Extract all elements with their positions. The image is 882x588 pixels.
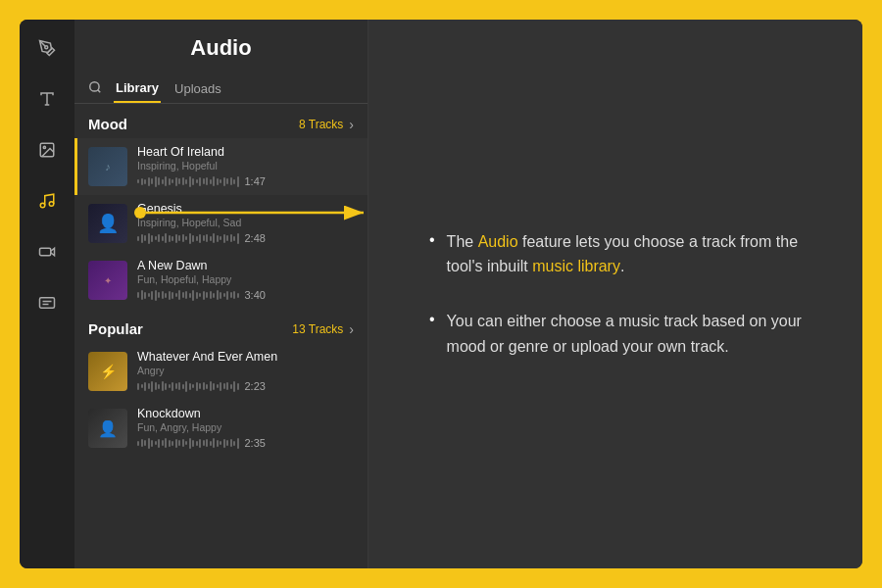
- popular-track-count: 13 Tracks: [292, 322, 343, 336]
- mood-section-title: Mood: [88, 116, 127, 132]
- info-item-1: • The Audio feature lets you choose a tr…: [429, 229, 802, 279]
- track-name-ireland: Heart Of Ireland: [137, 145, 354, 159]
- panel-header: Audio: [74, 20, 368, 71]
- track-duration-knockdown: 2:35: [245, 437, 266, 449]
- track-item-ireland[interactable]: ♪ Heart Of Ireland Inspiring, Hopeful 1:…: [74, 138, 368, 195]
- svg-rect-7: [40, 248, 51, 256]
- image-icon[interactable]: [32, 135, 62, 165]
- waveform-row-genesis: 2:48: [137, 231, 354, 245]
- svg-line-12: [98, 90, 101, 93]
- popular-chevron-icon: ›: [349, 321, 354, 337]
- track-name-dawn: A New Dawn: [137, 259, 354, 272]
- track-mood-knockdown: Fun, Angry, Happy: [137, 421, 354, 433]
- search-icon[interactable]: [88, 80, 102, 97]
- track-thumb-knockdown: 👤: [88, 409, 127, 448]
- track-name-whatever: Whatever And Ever Amen: [137, 350, 354, 364]
- info-paragraph-2: You can either choose a music track base…: [447, 309, 802, 359]
- popular-section-meta[interactable]: 13 Tracks ›: [292, 321, 354, 337]
- track-name-knockdown: Knockdown: [137, 407, 354, 420]
- audio-panel: Audio Library Uploads Mood 8 Tracks ›: [74, 20, 368, 568]
- content-panel: • The Audio feature lets you choose a tr…: [368, 20, 862, 568]
- music-library-highlight: music library: [532, 258, 620, 274]
- mood-chevron-icon: ›: [349, 117, 354, 132]
- waveform-row-ireland: 1:47: [137, 174, 354, 188]
- track-duration-dawn: 3:40: [245, 289, 266, 301]
- svg-rect-8: [40, 298, 55, 309]
- track-mood-genesis: Inspiring, Hopeful, Sad: [137, 217, 354, 228]
- text-icon[interactable]: [32, 84, 62, 114]
- waveform-whatever: [137, 379, 239, 393]
- track-info-ireland: Heart Of Ireland Inspiring, Hopeful 1:47: [137, 145, 354, 188]
- track-thumb-dawn: ✦: [88, 261, 127, 300]
- svg-point-4: [43, 146, 45, 148]
- search-tabs-bar: Library Uploads: [74, 71, 368, 104]
- panel-content: Mood 8 Tracks › ♪ Heart Of Ireland Inspi…: [74, 104, 368, 568]
- waveform-ireland: [137, 174, 239, 188]
- info-list: • The Audio feature lets you choose a tr…: [429, 229, 802, 359]
- track-info-whatever: Whatever And Ever Amen Angry 2:23: [137, 350, 354, 393]
- waveform-knockdown: [137, 436, 239, 450]
- track-info-dawn: A New Dawn Fun, Hopeful, Happy 3:40: [137, 259, 354, 302]
- video-icon[interactable]: [32, 237, 62, 267]
- track-thumb-genesis: 👤: [88, 204, 127, 243]
- tab-library[interactable]: Library: [114, 74, 161, 103]
- track-duration-whatever: 2:23: [245, 380, 266, 392]
- info-text: • The Audio feature lets you choose a tr…: [429, 229, 802, 359]
- track-thumb-ireland: ♪: [88, 147, 127, 186]
- track-item-whatever[interactable]: ⚡ Whatever And Ever Amen Angry 2:23: [74, 343, 368, 400]
- waveform-row-whatever: 2:23: [137, 379, 354, 393]
- audio-highlight: Audio: [478, 233, 518, 250]
- mood-track-count: 8 Tracks: [299, 118, 343, 131]
- pen-tool-icon[interactable]: [32, 33, 62, 63]
- info-item-2: • You can either choose a music track ba…: [429, 309, 802, 359]
- track-info-genesis: Genesis Inspiring, Hopeful, Sad 2:48: [137, 202, 354, 245]
- track-item-knockdown[interactable]: 👤 Knockdown Fun, Angry, Happy 2:35: [74, 400, 368, 457]
- tab-uploads[interactable]: Uploads: [172, 75, 223, 102]
- track-thumb-whatever: ⚡: [88, 352, 127, 391]
- track-duration-genesis: 2:48: [245, 232, 266, 244]
- waveform-row-dawn: 3:40: [137, 288, 354, 302]
- music-icon[interactable]: [32, 186, 62, 216]
- bullet-1: •: [429, 231, 435, 249]
- popular-section-title: Popular: [88, 320, 143, 337]
- panel-title: Audio: [90, 35, 352, 61]
- track-mood-dawn: Fun, Hopeful, Happy: [137, 273, 354, 285]
- track-item-dawn[interactable]: ✦ A New Dawn Fun, Hopeful, Happy 3:40: [74, 252, 368, 309]
- whatever-thumb-icon: ⚡: [100, 364, 117, 379]
- mood-section-meta[interactable]: 8 Tracks ›: [299, 117, 354, 132]
- mood-section-header: Mood 8 Tracks ›: [74, 104, 368, 138]
- icon-sidebar: [20, 20, 74, 568]
- waveform-genesis: [137, 231, 239, 245]
- waveform-dawn: [137, 288, 239, 302]
- svg-point-11: [90, 82, 99, 91]
- track-info-knockdown: Knockdown Fun, Angry, Happy 2:35: [137, 407, 354, 450]
- info-paragraph-1: The Audio feature lets you choose a trac…: [447, 229, 802, 279]
- track-mood-whatever: Angry: [137, 365, 354, 376]
- svg-point-0: [45, 46, 48, 49]
- svg-point-6: [49, 202, 54, 207]
- bullet-2: •: [429, 311, 435, 328]
- popular-section-header: Popular 13 Tracks ›: [74, 309, 368, 343]
- main-window: Audio Library Uploads Mood 8 Tracks ›: [20, 20, 862, 568]
- svg-point-5: [40, 203, 45, 208]
- waveform-row-knockdown: 2:35: [137, 436, 354, 450]
- track-duration-ireland: 1:47: [245, 175, 266, 187]
- track-mood-ireland: Inspiring, Hopeful: [137, 160, 354, 172]
- track-name-genesis: Genesis: [137, 202, 354, 216]
- caption-icon[interactable]: [32, 288, 62, 318]
- track-item-genesis[interactable]: 👤 Genesis Inspiring, Hopeful, Sad 2:48: [74, 195, 368, 252]
